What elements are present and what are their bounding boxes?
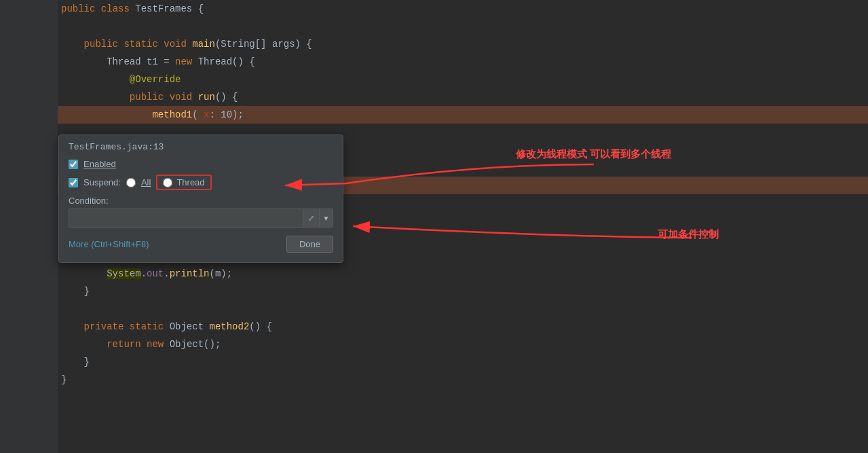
dialog-title: TestFrames.java:13 [69, 142, 333, 152]
code-line-25: 25 } [0, 283, 868, 300]
code-line-11: 11 @Override [0, 71, 868, 88]
condition-input[interactable] [69, 209, 303, 228]
code-line-10: 10 Thread t1 = new Thread() { [0, 53, 868, 71]
all-radio[interactable] [126, 178, 136, 187]
suspend-checkbox[interactable] [69, 178, 78, 187]
enabled-label: Enabled [83, 159, 116, 169]
thread-label: Thread [176, 177, 204, 187]
code-line-9: 9 ▶ public static void main(String[] arg… [0, 35, 868, 53]
code-line-7: 7 ▶ public class TestFrames { [0, 0, 868, 18]
enabled-checkbox[interactable] [69, 160, 78, 169]
expand-button[interactable]: ⤢ [303, 209, 320, 228]
code-line-30: 30 } [0, 371, 868, 388]
code-line-27: 27 @ private static Object method2() { [0, 318, 868, 336]
code-line-12: 12 public void run() { [0, 88, 868, 106]
condition-section: Condition: ⤢ ▼ [69, 196, 333, 228]
breakpoint-dialog: TestFrames.java:13 Enabled Suspend: All … [58, 134, 343, 263]
code-line-26: 26 [0, 300, 868, 318]
code-line-13: 13 method1( x: 10); [0, 106, 868, 124]
suspend-row: Suspend: All Thread [69, 175, 333, 190]
condition-label: Condition: [69, 196, 333, 206]
code-line-8: 8 [0, 18, 868, 35]
dialog-footer: More (Ctrl+Shift+F8) Done [69, 236, 333, 253]
suspend-label: Suspend: [83, 177, 121, 187]
code-line-24: 24 System.out.println(m); [0, 265, 868, 283]
more-link[interactable]: More (Ctrl+Shift+F8) [69, 239, 149, 249]
left-gutter [0, 0, 58, 453]
code-line-29: 29 } [0, 353, 868, 371]
code-line-28: 28 return new Object(); [0, 336, 868, 353]
dropdown-button[interactable]: ▼ [320, 209, 333, 228]
done-button[interactable]: Done [286, 236, 333, 253]
enabled-row: Enabled [69, 159, 333, 169]
thread-option-box: Thread [156, 175, 211, 190]
thread-radio[interactable] [163, 178, 172, 187]
all-label: All [141, 177, 151, 187]
condition-input-wrapper: ⤢ ▼ [69, 209, 333, 228]
